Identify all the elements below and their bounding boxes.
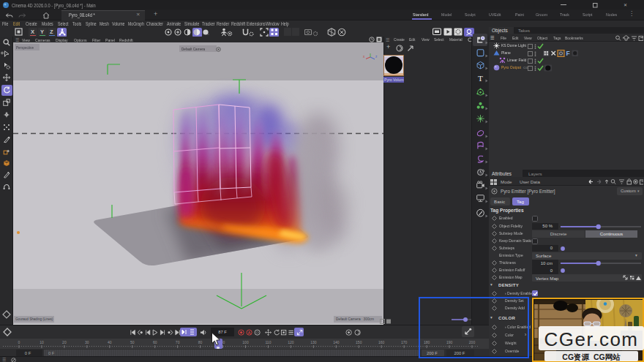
svg-text:x: x: [363, 55, 365, 59]
svg-text:40: 40: [108, 340, 112, 344]
svg-text:120: 120: [288, 340, 294, 344]
svg-text:110: 110: [265, 340, 271, 344]
svg-text:0: 0: [18, 340, 20, 344]
svg-text:10: 10: [40, 340, 44, 344]
svg-text:100: 100: [242, 340, 249, 344]
svg-text:F: F: [566, 50, 570, 57]
svg-text:A: A: [248, 330, 251, 334]
svg-text:140: 140: [333, 340, 340, 344]
svg-text:T: T: [478, 74, 483, 83]
svg-text:60: 60: [153, 340, 157, 344]
svg-text:50: 50: [130, 340, 135, 344]
svg-text:170: 170: [401, 340, 408, 344]
svg-text:130: 130: [310, 340, 317, 344]
svg-text:30: 30: [85, 340, 89, 344]
svg-text:160: 160: [378, 340, 385, 344]
svg-text:20: 20: [62, 340, 67, 344]
svg-text:z: z: [375, 55, 378, 59]
svg-text:70: 70: [176, 340, 180, 344]
svg-text:150: 150: [356, 340, 362, 344]
svg-text:80: 80: [198, 340, 203, 344]
